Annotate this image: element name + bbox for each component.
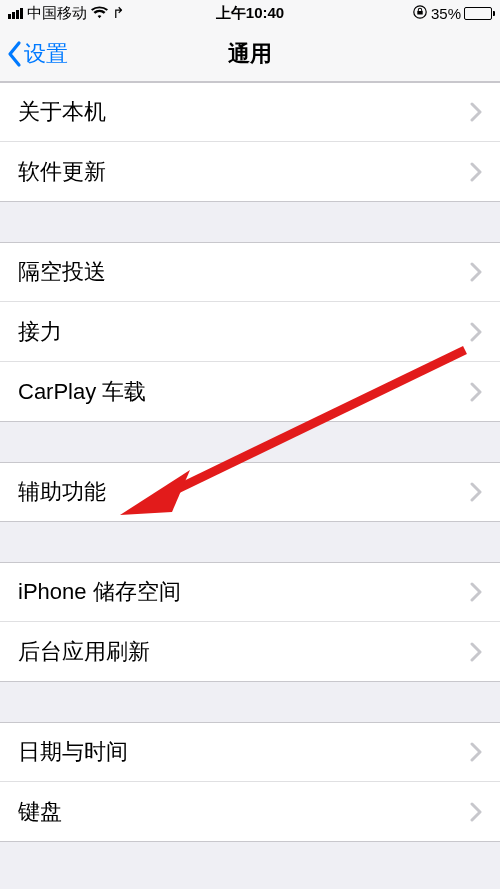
settings-row-storage[interactable]: iPhone 储存空间: [0, 562, 500, 622]
settings-row-label: 辅助功能: [18, 477, 470, 507]
settings-row-label: 日期与时间: [18, 737, 470, 767]
chevron-left-icon: [6, 40, 24, 68]
settings-list: 关于本机软件更新隔空投送接力CarPlay 车载辅助功能iPhone 储存空间后…: [0, 82, 500, 842]
carrier-label: 中国移动: [27, 4, 87, 23]
group-separator: [0, 422, 500, 462]
settings-row-update[interactable]: 软件更新: [0, 142, 500, 202]
page-title: 通用: [0, 39, 500, 69]
settings-group: 隔空投送接力CarPlay 车载: [0, 242, 500, 422]
battery-indicator: 35%: [431, 5, 492, 22]
chevron-right-icon: [470, 582, 482, 602]
group-separator: [0, 682, 500, 722]
settings-row-label: 隔空投送: [18, 257, 470, 287]
nav-bar: 设置 通用: [0, 26, 500, 82]
settings-row-label: iPhone 储存空间: [18, 577, 470, 607]
battery-percent: 35%: [431, 5, 461, 22]
battery-icon: [464, 7, 492, 20]
settings-row-bgrefresh[interactable]: 后台应用刷新: [0, 622, 500, 682]
chevron-right-icon: [470, 802, 482, 822]
settings-row-airdrop[interactable]: 隔空投送: [0, 242, 500, 302]
settings-row-carplay[interactable]: CarPlay 车载: [0, 362, 500, 422]
settings-row-label: CarPlay 车载: [18, 377, 470, 407]
chevron-right-icon: [470, 642, 482, 662]
settings-row-handoff[interactable]: 接力: [0, 302, 500, 362]
back-button[interactable]: 设置: [0, 39, 68, 69]
settings-group: 辅助功能: [0, 462, 500, 522]
call-forward-icon: ↱: [112, 4, 125, 22]
settings-row-datetime[interactable]: 日期与时间: [0, 722, 500, 782]
settings-row-label: 软件更新: [18, 157, 470, 187]
settings-row-about[interactable]: 关于本机: [0, 82, 500, 142]
status-bar: 中国移动 ↱ 上午10:40 35%: [0, 0, 500, 26]
status-right: 35%: [413, 5, 492, 22]
settings-group: 关于本机软件更新: [0, 82, 500, 202]
chevron-right-icon: [470, 102, 482, 122]
settings-row-keyboard[interactable]: 键盘: [0, 782, 500, 842]
chevron-right-icon: [470, 262, 482, 282]
chevron-right-icon: [470, 742, 482, 762]
cellular-signal-icon: [8, 8, 23, 19]
chevron-right-icon: [470, 162, 482, 182]
settings-row-label: 接力: [18, 317, 470, 347]
settings-row-label: 后台应用刷新: [18, 637, 470, 667]
back-label: 设置: [24, 39, 68, 69]
settings-group: iPhone 储存空间后台应用刷新: [0, 562, 500, 682]
chevron-right-icon: [470, 382, 482, 402]
chevron-right-icon: [470, 322, 482, 342]
settings-group: 日期与时间键盘: [0, 722, 500, 842]
group-separator: [0, 522, 500, 562]
group-separator: [0, 202, 500, 242]
settings-row-label: 键盘: [18, 797, 470, 827]
chevron-right-icon: [470, 482, 482, 502]
status-left: 中国移动 ↱: [8, 4, 125, 23]
wifi-icon: [91, 5, 108, 22]
orientation-lock-icon: [413, 5, 427, 22]
settings-row-label: 关于本机: [18, 97, 470, 127]
settings-row-accessibility[interactable]: 辅助功能: [0, 462, 500, 522]
